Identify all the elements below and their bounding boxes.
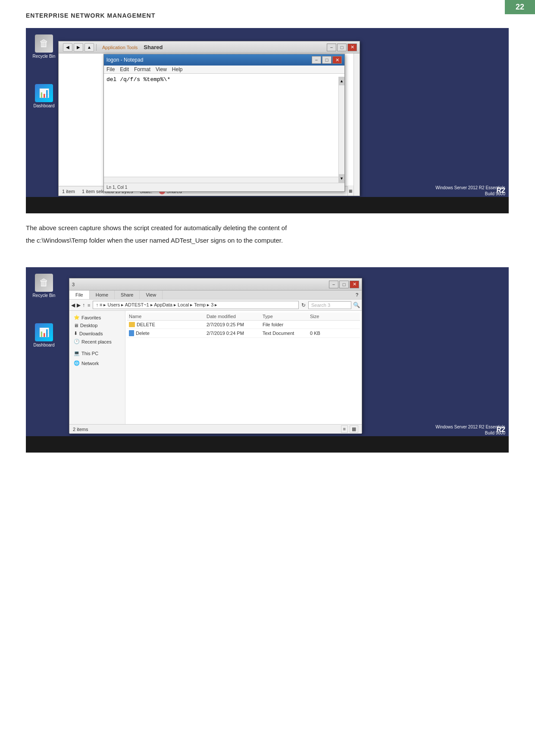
nav-network[interactable]: 🌐 Network xyxy=(69,359,125,367)
view-controls: ≡ ▦ xyxy=(341,425,358,433)
help-icon[interactable]: ? xyxy=(352,291,362,299)
dashboard-icon: 📊 xyxy=(35,84,53,102)
network-icon: 🌐 xyxy=(74,360,80,366)
back-nav[interactable]: ◀ xyxy=(71,302,75,308)
scroll-up[interactable]: ▲ xyxy=(339,77,344,85)
file-explorer-window-2: 3 − □ ✕ File Home Share View ? ◀ ▶ ↑ xyxy=(69,278,362,433)
downloads-icon: ⬇ xyxy=(74,331,78,336)
address-bar: ◀ ▶ ↑ ≡ ↑ ≡ ▸ Users ▸ ADTEST~1 ▸ AppData… xyxy=(69,300,362,311)
search-icon[interactable]: 🔍 xyxy=(353,302,360,308)
close-btn-2[interactable]: ✕ xyxy=(350,281,359,288)
back-button[interactable]: ◀ xyxy=(63,43,72,52)
minimize-button[interactable]: − xyxy=(327,44,336,51)
notepad-content-area[interactable]: del /q/f/s %temp%\* xyxy=(104,74,344,183)
detail-view-btn[interactable]: ▦ xyxy=(350,425,358,433)
notepad-title-bar: logon - Notepad − □ ✕ xyxy=(104,54,344,66)
status-bar-2: 2 items ≡ ▦ xyxy=(69,424,362,434)
refresh-btn[interactable]: ↻ xyxy=(301,302,306,308)
recycle-bin-label: Recycle Bin xyxy=(33,54,56,59)
address-path[interactable]: ↑ ≡ ▸ Users ▸ ADTEST~1 ▸ AppData ▸ Local… xyxy=(93,301,299,309)
recent-icon: 🕐 xyxy=(74,339,80,344)
shared-label: Shared xyxy=(144,44,163,50)
recycle-bin-label-2: Recycle Bin xyxy=(33,293,56,298)
toolbar-divider xyxy=(96,44,97,51)
server-info-2: Windows Server 2012 R2 Essentials Build … xyxy=(435,424,505,436)
content-pane: Name Date modified Type Size DELETE 2/7/… xyxy=(125,311,362,424)
scroll-down[interactable]: ▼ xyxy=(339,174,344,183)
maximize-btn-2[interactable]: □ xyxy=(339,281,349,288)
notepad-window: logon - Notepad − □ ✕ File Edit Format V… xyxy=(103,54,345,192)
notepad-status-text: Ln 1, Col 1 xyxy=(106,185,127,190)
list-view-btn[interactable]: ≡ xyxy=(341,425,348,433)
recycle-bin-icon: 🗑 xyxy=(35,34,53,53)
ribbon-tabs-2: File Home Share View ? xyxy=(69,291,362,299)
forward-button[interactable]: ▶ xyxy=(74,43,83,52)
search-box[interactable]: Search 3 xyxy=(308,301,351,309)
file-row-0[interactable]: DELETE 2/7/2019 0:25 PM File folder xyxy=(127,321,360,329)
col-name: Name xyxy=(129,314,206,319)
r2-label-2: R2 xyxy=(497,426,505,434)
nav-recent[interactable]: 🕐 Recent places xyxy=(69,337,125,346)
tab-home[interactable]: Home xyxy=(90,291,115,299)
desktop-icon: 🖥 xyxy=(74,323,78,328)
nav-favorites: ⭐ Favorites xyxy=(69,313,125,322)
taskbar-2 xyxy=(26,436,509,453)
screenshot-2: 🗑 Recycle Bin 📊 Dashboard 3 − □ ✕ File H… xyxy=(26,267,509,453)
notepad-content: del /q/f/s %temp%\* xyxy=(106,76,170,83)
dashboard-label: Dashboard xyxy=(34,103,55,108)
notepad-vscrollbar[interactable]: ▲ ▼ xyxy=(338,77,344,183)
nav-desktop[interactable]: 🖥 Desktop xyxy=(69,322,125,329)
notepad-minimize[interactable]: − xyxy=(312,56,321,64)
favorites-label: Favorites xyxy=(81,315,101,320)
ribbon-area-2: File Home Share View ? xyxy=(69,291,362,300)
tab-view[interactable]: View xyxy=(140,291,163,299)
tab-file[interactable]: File xyxy=(69,291,90,299)
menu-format[interactable]: Format xyxy=(134,66,150,72)
dashboard-desktop-icon[interactable]: 📊 Dashboard xyxy=(31,84,57,108)
minimize-btn-2[interactable]: − xyxy=(329,281,338,288)
forward-nav[interactable]: ▶ xyxy=(77,302,81,308)
dashboard-icon-2: 📊 xyxy=(35,323,53,341)
recycle-bin-desktop-icon-2[interactable]: 🗑 Recycle Bin xyxy=(31,274,57,298)
notepad-status: Ln 1, Col 1 xyxy=(104,183,344,191)
menu-view[interactable]: View xyxy=(156,66,167,72)
server-info-1: Windows Server 2012 R2 Essentials Build … xyxy=(435,185,505,197)
file-date-1: 2/7/2019 0:24 PM xyxy=(206,331,263,336)
col-date: Date modified xyxy=(206,314,263,319)
paragraph-1: The above screen capture shows the scrip… xyxy=(26,222,500,234)
recycle-bin-desktop-icon[interactable]: 🗑 Recycle Bin xyxy=(31,34,57,59)
nav-this-pc[interactable]: 💻 This PC xyxy=(69,349,125,357)
notepad-maximize[interactable]: □ xyxy=(322,56,332,64)
toolbar-row: ◀ ▶ ▲ Application Tools Shared xyxy=(61,42,164,53)
window-controls-2: − □ ✕ xyxy=(329,281,359,288)
up-nav[interactable]: ↑ xyxy=(82,302,85,308)
screenshot-1: 🗑 Recycle Bin 📊 Dashboard ◀ ▶ ▲ Applicat… xyxy=(26,28,509,213)
paragraph-2: the c:\Windows\Temp folder when the user… xyxy=(26,234,500,246)
tab-share[interactable]: Share xyxy=(115,291,140,299)
up-button[interactable]: ▲ xyxy=(84,43,94,52)
notepad-close[interactable]: ✕ xyxy=(332,56,342,64)
file-date-0: 2/7/2019 0:25 PM xyxy=(206,322,263,327)
nav-downloads[interactable]: ⬇ Downloads xyxy=(69,329,125,337)
notepad-window-controls: − □ ✕ xyxy=(312,56,342,64)
close-button[interactable]: ✕ xyxy=(347,44,357,51)
notepad-hscrollbar[interactable] xyxy=(104,177,338,183)
vertical-scrollbar[interactable] xyxy=(354,53,360,196)
this-pc-label: This PC xyxy=(81,351,98,356)
maximize-button[interactable]: □ xyxy=(337,44,347,51)
items-count-2: 2 items xyxy=(73,427,88,432)
file-explorer-body: ⭐ Favorites 🖥 Desktop ⬇ Downloads 🕐 Rece… xyxy=(69,311,362,424)
dashboard-label-2: Dashboard xyxy=(34,343,55,347)
menu-help[interactable]: Help xyxy=(172,66,183,72)
page-title: ENTERPRISE NETWORK MANAGEMENT xyxy=(26,12,155,19)
file-row-1[interactable]: Delete 2/7/2019 0:24 PM Text Document 0 … xyxy=(127,329,360,338)
dashboard-desktop-icon-2[interactable]: 📊 Dashboard xyxy=(31,323,57,347)
doc-icon-1 xyxy=(129,330,134,336)
folder-icon-0 xyxy=(129,322,135,327)
col-size: Size xyxy=(310,314,336,319)
this-pc-icon: 💻 xyxy=(74,350,80,356)
menu-edit[interactable]: Edit xyxy=(120,66,129,72)
menu-file[interactable]: File xyxy=(106,66,115,72)
title-area: 3 xyxy=(72,282,75,287)
app-tools-tab[interactable]: Application Tools xyxy=(99,45,141,50)
